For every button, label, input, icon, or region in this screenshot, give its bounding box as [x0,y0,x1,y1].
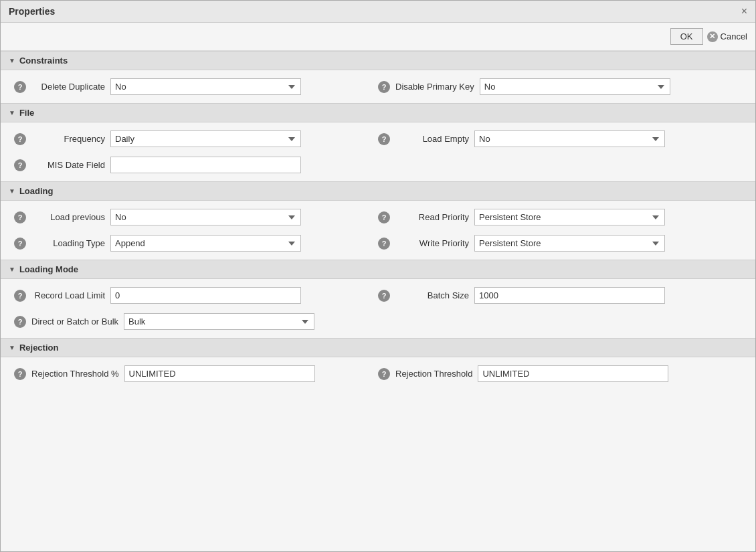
field-label: Record Load Limit [31,290,105,300]
form-row: ?Direct or Batch or BulkBulkBatchDirect [14,313,742,330]
input-record-load-limit[interactable] [110,287,301,304]
form-row: ?FrequencyDailyWeeklyMonthly?Load EmptyN… [14,130,742,147]
input-mis-date-field[interactable] [110,157,301,173]
form-row: ?Loading TypeAppendReplace?Write Priorit… [14,235,742,252]
section-header-file[interactable]: ▼ File [1,103,755,122]
section-constraints: ▼ Constraints?Delete DuplicateNoYes?Disa… [1,51,755,103]
content-area: ▼ Constraints?Delete DuplicateNoYes?Disa… [1,51,755,551]
select-disable-primary-key[interactable]: NoYes [480,78,670,95]
section-body-rejection: ?Rejection Threshold %?Rejection Thresho… [1,357,755,390]
section-file: ▼ File?FrequencyDailyWeeklyMonthly?Load … [1,103,755,181]
help-icon[interactable]: ? [14,81,26,93]
field-label: Batch Size [395,290,469,300]
section-rejection: ▼ Rejection?Rejection Threshold %?Reject… [1,338,755,390]
help-icon[interactable]: ? [14,368,26,380]
cancel-label: Cancel [721,31,747,41]
form-row: ?Delete DuplicateNoYes?Disable Primary K… [14,78,742,95]
section-header-loading-mode[interactable]: ▼ Loading Mode [1,260,755,279]
section-loading-mode: ▼ Loading Mode?Record Load Limit?Batch S… [1,260,755,338]
help-icon[interactable]: ? [378,133,390,145]
section-header-constraints[interactable]: ▼ Constraints [1,51,755,70]
close-button[interactable]: × [741,6,747,17]
input-rejection-threshold-%[interactable] [124,365,315,382]
help-icon[interactable]: ? [14,133,26,145]
field-label: Rejection Threshold [395,369,472,379]
help-icon[interactable]: ? [14,316,26,328]
field-label: Loading Type [31,238,105,248]
field-label: Frequency [31,134,105,144]
select-write-priority[interactable]: Persistent StoreCacheNone [474,235,665,252]
properties-dialog: Properties × OK ✕ Cancel ▼ Constraints?D… [0,0,756,552]
field-label: Read Priority [395,212,469,222]
title-bar: Properties × [1,1,755,23]
form-row: ?Record Load Limit?Batch Size [14,287,742,304]
field-label: Write Priority [395,238,469,248]
section-header-rejection[interactable]: ▼ Rejection [1,338,755,357]
section-loading: ▼ Loading?Load previousNoYes?Read Priori… [1,181,755,260]
field-label: Direct or Batch or Bulk [31,316,118,327]
field-label: MIS Date Field [31,160,105,170]
select-read-priority[interactable]: Persistent StoreCacheNone [474,209,665,225]
section-body-constraints: ?Delete DuplicateNoYes?Disable Primary K… [1,70,755,103]
field-label: Load previous [31,212,105,222]
section-arrow-loading: ▼ [9,187,15,195]
input-batch-size[interactable] [474,287,665,304]
form-row: ?Rejection Threshold %?Rejection Thresho… [14,365,742,382]
form-row: ?Load previousNoYes?Read PriorityPersist… [14,209,742,225]
section-body-loading-mode: ?Record Load Limit?Batch Size?Direct or … [1,279,755,338]
select-frequency[interactable]: DailyWeeklyMonthly [110,130,301,147]
section-header-loading[interactable]: ▼ Loading [1,181,755,201]
select-loading-type[interactable]: AppendReplace [110,235,301,252]
help-icon[interactable]: ? [378,211,390,223]
select-direct-or-batch-or-bulk[interactable]: BulkBatchDirect [124,313,314,330]
toolbar: OK ✕ Cancel [1,23,755,51]
form-row: ?MIS Date Field [14,157,742,173]
dialog-title: Properties [9,6,55,17]
help-icon[interactable]: ? [378,238,390,250]
input-rejection-threshold[interactable] [478,365,668,382]
cancel-button[interactable]: ✕ Cancel [707,28,747,45]
ok-button[interactable]: OK [670,28,703,45]
field-label: Disable Primary Key [395,82,474,92]
help-icon[interactable]: ? [378,368,390,380]
section-arrow-rejection: ▼ [9,344,15,351]
select-load-previous[interactable]: NoYes [110,209,301,225]
section-arrow-file: ▼ [9,109,15,116]
help-icon[interactable]: ? [14,290,26,302]
select-delete-duplicate[interactable]: NoYes [110,78,301,95]
help-icon[interactable]: ? [378,81,390,93]
help-icon[interactable]: ? [14,159,26,171]
field-label: Load Empty [395,134,469,144]
section-body-loading: ?Load previousNoYes?Read PriorityPersist… [1,201,755,260]
section-body-file: ?FrequencyDailyWeeklyMonthly?Load EmptyN… [1,122,755,181]
help-icon[interactable]: ? [14,211,26,223]
help-icon[interactable]: ? [378,290,390,302]
section-arrow-constraints: ▼ [9,57,15,64]
select-load-empty[interactable]: NoYes [474,130,665,147]
cancel-icon: ✕ [707,31,718,42]
field-label: Delete Duplicate [31,82,105,92]
field-label: Rejection Threshold % [31,369,119,379]
section-arrow-loading-mode: ▼ [9,266,15,273]
help-icon[interactable]: ? [14,238,26,250]
